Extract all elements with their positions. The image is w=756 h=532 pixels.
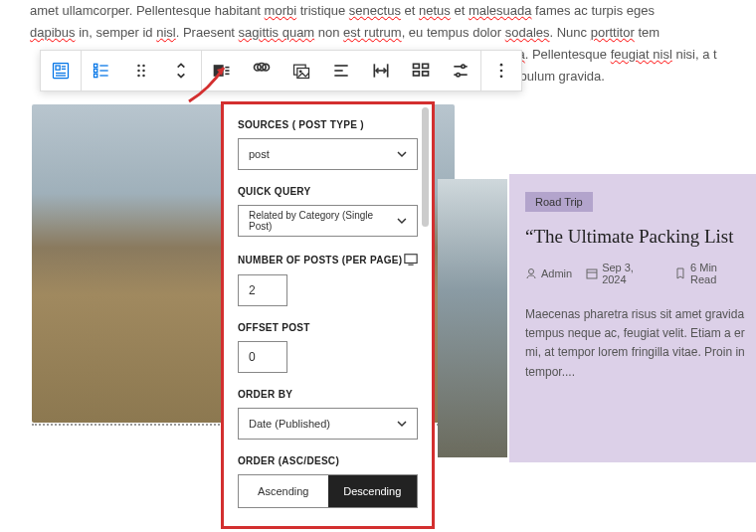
svg-rect-45 [405,255,417,264]
sources-select[interactable]: post [238,138,418,170]
svg-rect-1 [56,66,60,70]
offset-input[interactable]: 0 [238,341,287,373]
svg-rect-6 [94,64,97,67]
read-time-meta: 6 Min Read [674,262,746,285]
drag-handle-icon[interactable] [121,51,161,90]
user-icon [525,267,537,279]
more-options-button[interactable] [481,51,521,90]
order-label: ORDER (ASC/DESC) [238,455,418,466]
query-settings-panel: SOURCES ( POST TYPE ) post QUICK QUERY R… [221,101,435,529]
svg-rect-34 [423,64,429,68]
svg-point-43 [500,76,503,79]
text-align-button[interactable] [321,51,361,90]
svg-point-42 [500,70,503,73]
svg-rect-8 [94,74,97,77]
settings-slider-button[interactable] [441,51,480,90]
layout-button[interactable] [401,51,441,90]
svg-point-41 [500,64,503,67]
svg-rect-36 [423,72,429,76]
svg-point-26 [299,71,301,73]
svg-rect-48 [587,269,597,278]
svg-point-12 [137,65,140,68]
svg-rect-35 [414,72,420,76]
date-meta: Sep 3, 2024 [586,262,661,285]
image-style-button[interactable] [282,51,321,90]
descending-button[interactable]: Descending [328,475,418,507]
svg-point-15 [142,70,145,73]
panel-scrollbar[interactable] [422,107,429,227]
quick-query-label: QUICK QUERY [238,186,418,197]
width-button[interactable] [361,51,401,90]
ignore-sticky-toggle[interactable] [238,526,274,529]
post-card: Road Trip “The Ultimate Packing List Adm… [509,174,756,462]
orderby-select[interactable]: Date (Published) [238,408,418,440]
category-tag[interactable]: Road Trip [525,192,593,212]
screen-icon [404,253,418,266]
svg-point-47 [529,269,534,274]
svg-point-13 [142,65,145,68]
quick-query-select[interactable]: Related by Category (Single Post) [238,205,418,237]
post-image-2 [438,179,507,457]
author-meta: Admin [525,262,572,285]
orderby-label: ORDER BY [238,389,418,400]
num-posts-input[interactable]: 2 [238,274,287,306]
svg-point-17 [142,75,145,78]
svg-point-40 [457,74,460,77]
block-toolbar [40,50,522,91]
svg-point-14 [137,70,140,73]
post-title[interactable]: “The Ultimate Packing List [525,226,746,248]
svg-point-16 [137,75,140,78]
num-posts-label: NUMBER OF POSTS (PER PAGE) [238,253,418,266]
svg-point-38 [462,65,465,68]
post-excerpt: Maecenas pharetra risus sit amet gravida… [525,305,746,382]
ascending-button[interactable]: Ascending [239,475,328,507]
block-type-button[interactable] [41,51,81,90]
query-loop-button[interactable] [242,51,282,90]
list-view-icon[interactable] [82,51,121,90]
bookmark-icon [674,267,686,279]
sources-label: SOURCES ( POST TYPE ) [238,119,418,130]
ignore-sticky-label: Ignore Sticky Posts [284,528,386,529]
calendar-icon [586,267,598,279]
svg-rect-33 [414,64,420,68]
offset-label: OFFSET POST [238,322,418,333]
svg-rect-7 [94,69,97,72]
